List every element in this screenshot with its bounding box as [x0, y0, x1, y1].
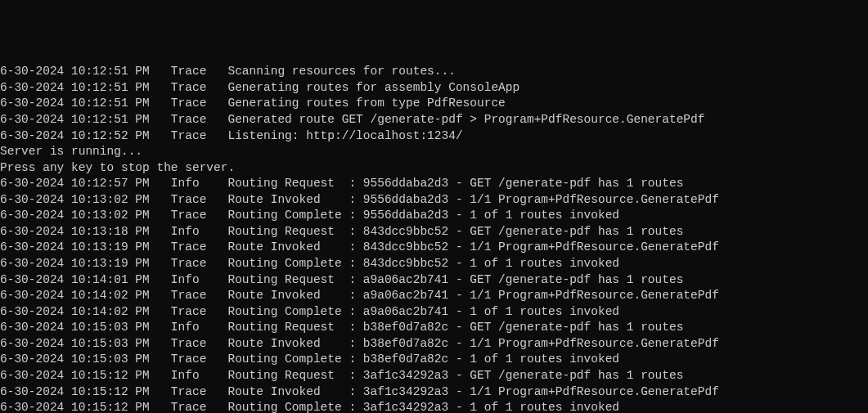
log-message: Routing Complete : a9a06ac2b741 - 1 of 1…: [227, 305, 619, 318]
log-message: Generated route GET /generate-pdf > Prog…: [227, 113, 704, 126]
console-line: 6-30-2024 10:15:12 PM Trace Route Invoke…: [0, 384, 868, 401]
console-line: 6-30-2024 10:15:12 PM Trace Routing Comp…: [0, 400, 868, 413]
log-level: Trace: [171, 128, 228, 145]
log-timestamp: 6-30-2024 10:13:19 PM: [0, 256, 150, 272]
log-timestamp: 6-30-2024 10:12:51 PM: [0, 112, 150, 128]
log-timestamp: 6-30-2024 10:14:01 PM: [0, 272, 150, 289]
log-timestamp: 6-30-2024 10:15:03 PM: [0, 336, 150, 352]
log-level: Trace: [171, 336, 228, 352]
log-message: Routing Complete : 9556ddaba2d3 - 1 of 1…: [227, 209, 619, 222]
log-level: Trace: [171, 400, 228, 413]
log-message: Route Invoked : b38ef0d7a82c - 1/1 Progr…: [227, 337, 718, 350]
log-level: Info: [171, 368, 228, 384]
console-line: 6-30-2024 10:12:52 PM Trace Listening: h…: [0, 128, 868, 145]
log-level: Trace: [171, 384, 228, 401]
log-timestamp: 6-30-2024 10:13:19 PM: [0, 240, 150, 256]
log-level: Trace: [171, 304, 228, 321]
log-timestamp: 6-30-2024 10:15:03 PM: [0, 352, 150, 368]
console-line: 6-30-2024 10:13:02 PM Trace Routing Comp…: [0, 208, 868, 224]
console-line: Press any key to stop the server.: [0, 160, 868, 177]
console-line: Server is running...: [0, 144, 868, 160]
log-message: Routing Request : 3af1c34292a3 - GET /ge…: [227, 369, 683, 382]
console-line: 6-30-2024 10:15:03 PM Trace Routing Comp…: [0, 352, 868, 368]
log-timestamp: 6-30-2024 10:15:03 PM: [0, 320, 150, 336]
log-message: Routing Request : 843dcc9bbc52 - GET /ge…: [227, 225, 683, 238]
log-text: Server is running...: [0, 145, 142, 158]
console-line: 6-30-2024 10:12:57 PM Info Routing Reque…: [0, 176, 868, 192]
log-message: Generating routes from type PdfResource: [227, 97, 505, 110]
log-timestamp: 6-30-2024 10:15:12 PM: [0, 384, 150, 401]
console-line: 6-30-2024 10:13:19 PM Trace Route Invoke…: [0, 240, 868, 256]
console-line: 6-30-2024 10:13:19 PM Trace Routing Comp…: [0, 256, 868, 272]
log-level: Trace: [171, 192, 228, 209]
log-level: Info: [171, 176, 228, 192]
log-timestamp: 6-30-2024 10:13:02 PM: [0, 192, 150, 209]
console-line: 6-30-2024 10:15:03 PM Trace Route Invoke…: [0, 336, 868, 352]
log-message: Routing Complete : b38ef0d7a82c - 1 of 1…: [227, 352, 619, 366]
log-timestamp: 6-30-2024 10:12:51 PM: [0, 80, 150, 97]
log-level: Trace: [171, 208, 228, 224]
log-timestamp: 6-30-2024 10:13:18 PM: [0, 224, 150, 240]
log-level: Trace: [171, 240, 228, 256]
log-timestamp: 6-30-2024 10:15:12 PM: [0, 368, 150, 384]
log-message: Routing Complete : 843dcc9bbc52 - 1 of 1…: [227, 257, 619, 270]
log-level: Info: [171, 320, 228, 336]
log-level: Trace: [171, 352, 228, 368]
log-level: Trace: [171, 112, 228, 128]
console-line: 6-30-2024 10:12:51 PM Trace Generated ro…: [0, 112, 868, 128]
log-timestamp: 6-30-2024 10:12:57 PM: [0, 176, 150, 192]
log-message: Route Invoked : 3af1c34292a3 - 1/1 Progr…: [227, 385, 718, 398]
log-message: Route Invoked : 9556ddaba2d3 - 1/1 Progr…: [227, 193, 718, 206]
log-timestamp: 6-30-2024 10:14:02 PM: [0, 304, 150, 321]
log-timestamp: 6-30-2024 10:13:02 PM: [0, 208, 150, 224]
log-level: Info: [171, 272, 228, 289]
console-line: 6-30-2024 10:13:02 PM Trace Route Invoke…: [0, 192, 868, 209]
log-level: Info: [171, 224, 228, 240]
log-level: Trace: [171, 80, 228, 97]
log-timestamp: 6-30-2024 10:12:52 PM: [0, 128, 150, 145]
console-line: 6-30-2024 10:14:02 PM Trace Route Invoke…: [0, 288, 868, 304]
log-message: Listening: http://localhost:1234/: [227, 129, 462, 142]
log-message: Routing Request : b38ef0d7a82c - GET /ge…: [227, 321, 683, 334]
console-line: 6-30-2024 10:15:12 PM Info Routing Reque…: [0, 368, 868, 384]
log-level: Trace: [171, 256, 228, 272]
console-line: 6-30-2024 10:12:51 PM Trace Scanning res…: [0, 64, 868, 80]
log-message: Routing Request : 9556ddaba2d3 - GET /ge…: [227, 177, 683, 190]
console-line: 6-30-2024 10:13:18 PM Info Routing Reque…: [0, 224, 868, 240]
log-text: Press any key to stop the server.: [0, 161, 235, 174]
console-output: 6-30-2024 10:12:51 PM Trace Scanning res…: [0, 64, 868, 413]
log-timestamp: 6-30-2024 10:14:02 PM: [0, 288, 150, 304]
console-line: 6-30-2024 10:14:02 PM Trace Routing Comp…: [0, 304, 868, 321]
log-timestamp: 6-30-2024 10:15:12 PM: [0, 400, 150, 413]
console-line: 6-30-2024 10:12:51 PM Trace Generating r…: [0, 96, 868, 112]
log-message: Generating routes for assembly ConsoleAp…: [227, 81, 519, 94]
console-line: 6-30-2024 10:15:03 PM Info Routing Reque…: [0, 320, 868, 336]
log-message: Scanning resources for routes...: [227, 65, 455, 78]
log-message: Route Invoked : 843dcc9bbc52 - 1/1 Progr…: [227, 240, 718, 254]
console-line: 6-30-2024 10:14:01 PM Info Routing Reque…: [0, 272, 868, 289]
log-message: Route Invoked : a9a06ac2b741 - 1/1 Progr…: [227, 289, 718, 302]
log-level: Trace: [171, 64, 228, 80]
log-level: Trace: [171, 288, 228, 304]
console-line: 6-30-2024 10:12:51 PM Trace Generating r…: [0, 80, 868, 97]
log-timestamp: 6-30-2024 10:12:51 PM: [0, 64, 150, 80]
log-timestamp: 6-30-2024 10:12:51 PM: [0, 96, 150, 112]
log-message: Routing Complete : 3af1c34292a3 - 1 of 1…: [227, 401, 619, 413]
log-level: Trace: [171, 96, 228, 112]
log-message: Routing Request : a9a06ac2b741 - GET /ge…: [227, 273, 683, 286]
